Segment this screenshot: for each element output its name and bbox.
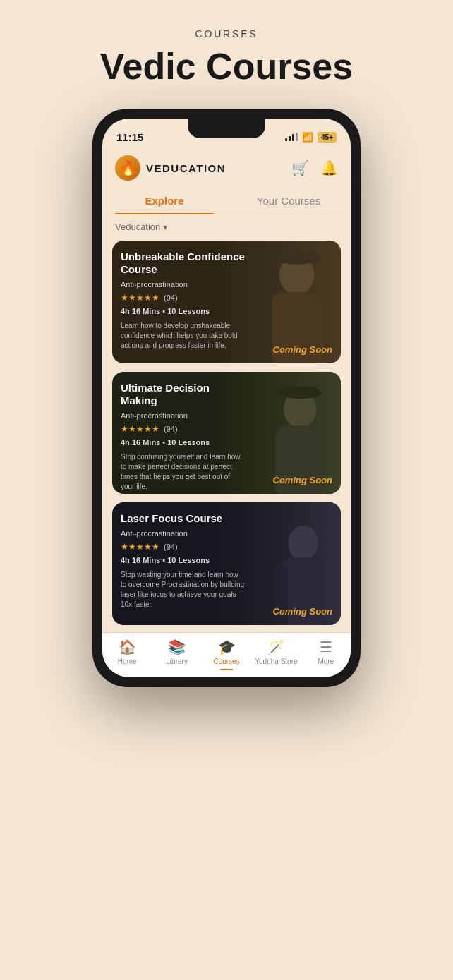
star-icon: ★★★★★ xyxy=(121,293,159,303)
status-icons: 📶 45+ xyxy=(285,132,337,143)
phone-screen: 11:15 📶 45+ 🔥 xyxy=(102,119,351,677)
phone-frame: 11:15 📶 45+ 🔥 xyxy=(92,109,361,687)
store-icon: 🪄 xyxy=(267,639,285,655)
course-title-2: Ultimate Decision Making xyxy=(121,382,246,407)
bottom-nav: 🏠 Home 📚 Library 🎓 Courses 🪄 Yoddha Stor… xyxy=(102,632,351,677)
course-card[interactable]: Ultimate Decision Making Anti-procrastin… xyxy=(112,372,341,495)
courses-icon: 🎓 xyxy=(218,639,236,655)
nav-item-more[interactable]: ☰ More xyxy=(301,639,351,670)
library-icon: 📚 xyxy=(168,639,186,655)
nav-item-library[interactable]: 📚 Library xyxy=(152,639,201,670)
course-title-3: Laser Focus Course xyxy=(121,512,246,525)
nav-label-courses: Courses xyxy=(213,658,239,665)
course-stars-3: ★★★★★ (94) xyxy=(121,542,246,552)
course-meta-2: 4h 16 Mins • 10 Lessons xyxy=(121,438,246,447)
app-logo-icon: 🔥 xyxy=(115,155,140,181)
more-icon: ☰ xyxy=(320,639,332,655)
rating-count-2: (94) xyxy=(164,425,178,433)
course-list: Unbreakable Confidence Course Anti-procr… xyxy=(102,236,351,632)
nav-item-home[interactable]: 🏠 Home xyxy=(102,639,152,670)
course-meta-3: 4h 16 Mins • 10 Lessons xyxy=(121,556,246,564)
category-selector[interactable]: Veducation ▾ xyxy=(102,214,351,236)
nav-label-more: More xyxy=(318,658,334,665)
svg-point-11 xyxy=(288,526,318,561)
course-title-1: Unbreakable Confidence Course xyxy=(121,250,246,276)
coming-soon-badge-2: Coming Soon xyxy=(273,475,333,485)
coming-soon-badge-3: Coming Soon xyxy=(273,606,333,617)
battery-indicator: 45+ xyxy=(318,132,337,143)
nav-active-indicator xyxy=(220,669,233,670)
page-header: COURSES Vedic Courses 11:15 📶 45+ xyxy=(92,28,361,687)
nav-label-home: Home xyxy=(118,658,137,665)
course-content-2: Ultimate Decision Making Anti-procrastin… xyxy=(112,372,254,495)
nav-label-library: Library xyxy=(166,658,188,665)
chevron-down-icon: ▾ xyxy=(163,222,167,232)
course-card[interactable]: Unbreakable Confidence Course Anti-procr… xyxy=(112,241,341,363)
signal-icon xyxy=(285,133,298,141)
wifi-icon: 📶 xyxy=(302,132,313,143)
course-meta-1: 4h 16 Mins • 10 Lessons xyxy=(121,307,246,315)
home-icon: 🏠 xyxy=(119,639,136,655)
nav-label-store: Yoddha Store xyxy=(255,658,297,665)
app-name: VEDUCATION xyxy=(146,162,226,174)
svg-rect-4 xyxy=(278,252,315,263)
notification-icon[interactable]: 🔔 xyxy=(320,159,338,176)
course-desc-2: Stop confusing yourself and learn how to… xyxy=(121,452,246,492)
course-content-3: Laser Focus Course Anti-procrastination … xyxy=(112,502,254,625)
course-card[interactable]: Laser Focus Course Anti-procrastination … xyxy=(112,502,341,625)
tab-your-courses[interactable]: Your Courses xyxy=(226,188,351,214)
status-time: 11:15 xyxy=(116,131,143,143)
coming-soon-badge-1: Coming Soon xyxy=(273,344,333,355)
nav-item-store[interactable]: 🪄 Yoddha Store xyxy=(251,639,301,670)
course-desc-1: Learn how to develop unshakeable confide… xyxy=(121,321,246,351)
rating-count-3: (94) xyxy=(164,543,178,551)
star-icon: ★★★★★ xyxy=(121,542,159,552)
star-icon: ★★★★★ xyxy=(121,424,159,434)
course-stars-1: ★★★★★ (94) xyxy=(121,293,246,303)
nav-item-courses[interactable]: 🎓 Courses xyxy=(202,639,251,670)
cart-icon[interactable]: 🛒 xyxy=(291,159,309,176)
tabs: Explore Your Courses xyxy=(102,188,351,214)
course-content-1: Unbreakable Confidence Course Anti-procr… xyxy=(112,241,254,363)
phone-notch xyxy=(188,119,265,138)
course-category-1: Anti-procrastination xyxy=(121,280,246,289)
logo-area: 🔥 VEDUCATION xyxy=(115,155,226,181)
page-title: Vedic Courses xyxy=(92,45,361,87)
tab-explore[interactable]: Explore xyxy=(102,188,226,214)
header-actions: 🛒 🔔 xyxy=(291,159,338,176)
course-stars-2: ★★★★★ (94) xyxy=(121,424,246,434)
course-category-2: Anti-procrastination xyxy=(121,411,246,420)
svg-rect-9 xyxy=(282,387,318,397)
course-desc-3: Stop wasting your time and learn how to … xyxy=(121,570,246,610)
page-subtitle: COURSES xyxy=(92,28,361,40)
rating-count-1: (94) xyxy=(164,294,178,302)
app-header: 🔥 VEDUCATION 🛒 🔔 xyxy=(102,150,351,188)
category-label: Veducation xyxy=(115,222,160,232)
course-category-3: Anti-procrastination xyxy=(121,529,246,538)
